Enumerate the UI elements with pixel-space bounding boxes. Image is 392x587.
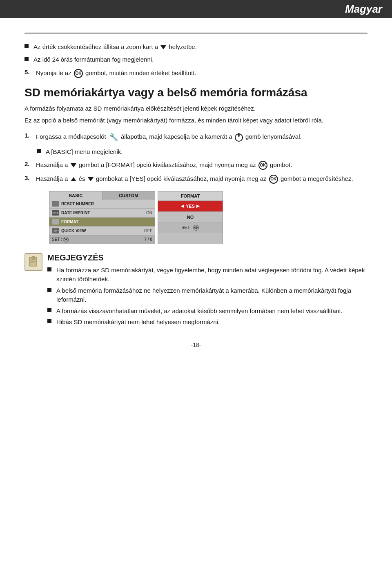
step-5-number: 5. xyxy=(24,69,33,76)
bullet-time-text: Az idő 24 órás formátumban fog megjelenn… xyxy=(33,55,154,64)
bullet-zoom-text: Az érték csökkentéséhez állítsa a zoom k… xyxy=(33,42,197,52)
step-2-number: 2. xyxy=(24,160,33,167)
step-5: 5. Nyomja le az OK gombot, miután minden… xyxy=(24,68,368,78)
note-bullet-4: Hibás SD memóriakártyát nem lehet helyes… xyxy=(47,318,368,327)
section-subtitle2: Ez az opció a belső memóriát (vagy memór… xyxy=(24,116,368,125)
arrow-down-icon3 xyxy=(88,177,94,181)
left-arrow-icon: ◀ xyxy=(181,204,184,208)
bullet-zoom: Az érték csökkentéséhez állítsa a zoom k… xyxy=(24,42,368,52)
note-bullet-sq3 xyxy=(47,308,51,312)
bullet-basic-icon xyxy=(37,149,41,153)
page-footer: -18- xyxy=(24,335,368,353)
section-title: SD memóriakártya vagy a belső memória fo… xyxy=(24,85,368,100)
power-button-icon xyxy=(235,133,243,142)
main-content: Az érték csökkentéséhez állítsa a zoom k… xyxy=(0,18,392,369)
note-bullet-text-3: A formázás visszavonhatatlan művelet, az… xyxy=(56,307,342,316)
note-bullet-sq2 xyxy=(47,288,51,292)
arrow-down-icon xyxy=(160,45,166,49)
step-1-text: Forgassa a módkapcsolót 🔧 állapotba, maj… xyxy=(36,131,368,143)
tab-custom[interactable]: CUSTOM xyxy=(102,191,155,200)
page-language-title: Magyar xyxy=(345,3,382,16)
note-bullets-list: Ha formázza az SD memóriakártyát, vegye … xyxy=(47,266,368,327)
bullet-basic-text: A [BASIC] menü megjelenik. xyxy=(46,147,122,157)
quickview-label: QUICK VIEW xyxy=(61,229,144,233)
menu-panel: BASIC CUSTOM RESET NUMBER DATE DATE IMPR… xyxy=(49,191,155,244)
footer-page: 7 / 8 xyxy=(145,237,152,242)
section-subtitle1: A formázás folyamata az SD memóriakártya… xyxy=(24,104,368,113)
ok-button-icon: OK xyxy=(74,69,83,78)
tool-icon: 🔧 xyxy=(109,131,118,143)
menu-row-format: FORMAT xyxy=(49,218,155,227)
reset-label: RESET NUMBER xyxy=(61,202,152,206)
note-title: MEGJEGYZÉS xyxy=(47,253,368,262)
menu-footer: SET : OK 7 / 8 xyxy=(49,236,155,244)
note-box: MEGJEGYZÉS Ha formázza az SD memóriakárt… xyxy=(24,253,368,329)
bullet-time: Az idő 24 órás formátumban fog megjelenn… xyxy=(24,55,368,64)
menu-row-date: DATE DATE IMPRINT ON xyxy=(49,209,155,218)
header-bar: Magyar xyxy=(0,0,392,18)
bullet-basic-menu: A [BASIC] menü megjelenik. xyxy=(37,147,368,157)
note-bullet-sq4 xyxy=(47,319,51,323)
note-bullet-text-1: Ha formázza az SD memóriakártyát, vegye … xyxy=(56,266,368,284)
step-3-number: 3. xyxy=(24,174,33,181)
format-icon xyxy=(52,219,59,225)
footer-ok-icon: OK xyxy=(63,237,69,242)
quickview-value: OFF xyxy=(144,229,152,233)
step-5-text: Nyomja le az OK gombot, miután minden ér… xyxy=(36,68,368,78)
svg-rect-4 xyxy=(32,256,35,258)
notepad-svg xyxy=(28,256,39,268)
step-3: 3. Használja a és gombokat a [YES] opció… xyxy=(24,174,368,184)
format-yes-label: YES xyxy=(186,204,195,209)
format-ok-icon: OK xyxy=(193,225,199,231)
step-1-number: 1. xyxy=(24,132,33,139)
reset-icon xyxy=(52,201,59,207)
ok-circle-icon2: OK xyxy=(258,161,267,170)
menu-tabs: BASIC CUSTOM xyxy=(49,191,155,200)
format-yes-option[interactable]: ◀ YES ▶ xyxy=(158,201,223,212)
camera-ui-screenshot: BASIC CUSTOM RESET NUMBER DATE DATE IMPR… xyxy=(49,191,368,244)
arrow-down-icon2 xyxy=(71,163,76,167)
note-bullet-sq1 xyxy=(47,267,51,271)
note-icon xyxy=(24,253,42,271)
format-label: FORMAT xyxy=(61,220,152,224)
date-icon: DATE xyxy=(52,210,59,216)
format-no-label: NO xyxy=(187,215,194,220)
top-divider xyxy=(24,33,368,33)
note-bullet-2: A belső memória formázásához ne helyezze… xyxy=(47,286,368,305)
step-1: 1. Forgassa a módkapcsolót 🔧 állapotba, … xyxy=(24,131,368,143)
note-bullet-1: Ha formázza az SD memóriakártyát, vegye … xyxy=(47,266,368,284)
menu-row-quickview: QV QUICK VIEW OFF xyxy=(49,227,155,236)
format-header: FORMAT xyxy=(158,191,223,201)
date-label: DATE IMPRINT xyxy=(61,211,146,215)
bullet-square-icon2 xyxy=(24,57,29,61)
quickview-icon: QV xyxy=(52,228,59,233)
note-bullet-text-2: A belső memória formázásához ne helyezze… xyxy=(56,286,368,305)
format-set-label: SET : xyxy=(182,225,192,230)
note-bullet-text-4: Hibás SD memóriakártyát nem lehet helyes… xyxy=(56,318,220,327)
format-set-row: SET : OK xyxy=(158,223,223,233)
menu-row-reset: RESET NUMBER xyxy=(49,200,155,209)
footer-set: SET : OK xyxy=(52,237,69,242)
page-number: -18- xyxy=(191,342,201,348)
step-2: 2. Használja a gombot a [FORMAT] opció k… xyxy=(24,160,368,170)
footer-set-label: SET : xyxy=(52,237,62,242)
note-bullet-3: A formázás visszavonhatatlan művelet, az… xyxy=(47,307,368,316)
right-arrow-icon: ▶ xyxy=(196,204,200,208)
date-value: ON xyxy=(146,211,152,215)
format-no-option[interactable]: NO xyxy=(158,212,223,223)
note-content: MEGJEGYZÉS Ha formázza az SD memóriakárt… xyxy=(47,253,368,329)
bullet-square-icon xyxy=(24,44,29,48)
tab-basic[interactable]: BASIC xyxy=(49,191,102,200)
step-3-text: Használja a és gombokat a [YES] opció ki… xyxy=(36,174,368,184)
format-panel: FORMAT ◀ YES ▶ NO SET : OK xyxy=(158,191,223,244)
step-2-text: Használja a gombot a [FORMAT] opció kivá… xyxy=(36,160,368,170)
ok-circle-icon3: OK xyxy=(269,175,278,184)
arrow-up-icon xyxy=(71,177,76,181)
